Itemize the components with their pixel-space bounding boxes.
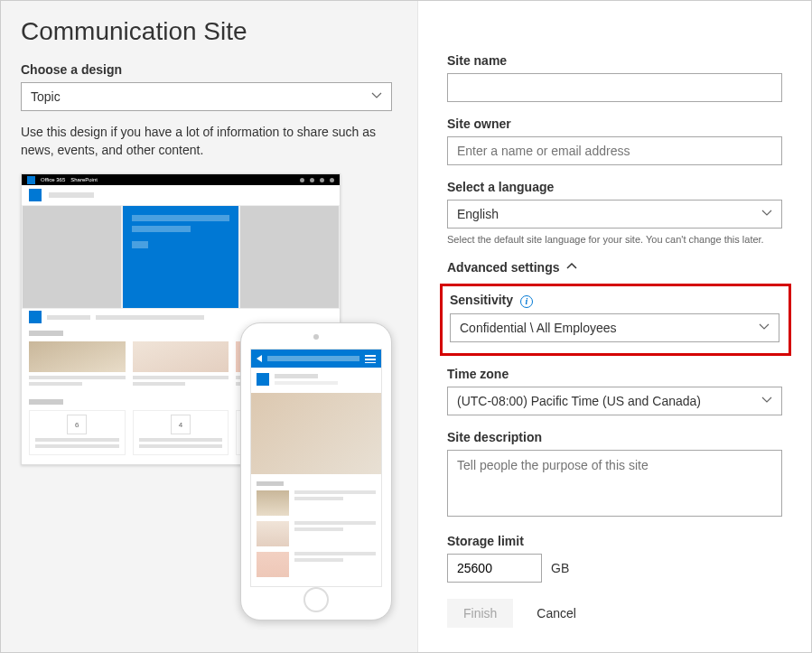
language-value: English xyxy=(457,207,499,221)
site-name-label: Site name xyxy=(447,53,782,68)
site-logo-icon xyxy=(257,373,269,386)
banner-logo-icon xyxy=(29,311,42,323)
language-label: Select a language xyxy=(447,180,782,194)
cancel-button[interactable]: Cancel xyxy=(520,599,593,628)
site-name-input[interactable] xyxy=(447,73,782,102)
storage-input[interactable] xyxy=(447,554,542,583)
news-item xyxy=(133,341,229,388)
menu-icon xyxy=(365,355,376,363)
event-card: 6 xyxy=(29,410,126,455)
design-select-value: Topic xyxy=(31,89,61,104)
design-select[interactable]: Topic xyxy=(21,82,392,111)
language-select[interactable]: English xyxy=(447,200,782,229)
news-item xyxy=(257,552,376,577)
bell-icon xyxy=(300,178,304,182)
sensitivity-select[interactable]: Confidential \ All Employees xyxy=(450,313,779,342)
storage-label: Storage limit xyxy=(447,534,782,548)
description-label: Site description xyxy=(447,430,782,444)
chevron-down-icon xyxy=(761,394,772,408)
sensitivity-label-text: Sensitivity xyxy=(450,293,513,307)
chevron-down-icon xyxy=(371,89,382,104)
design-label: Choose a design xyxy=(21,62,392,77)
timezone-label: Time zone xyxy=(447,367,782,381)
language-help: Select the default site language for you… xyxy=(447,233,782,246)
site-logo-icon xyxy=(29,189,42,201)
timezone-value: (UTC-08:00) Pacific Time (US and Canada) xyxy=(457,394,701,408)
sensitivity-highlight: Sensitivity i Confidential \ All Employe… xyxy=(440,284,791,355)
avatar-icon xyxy=(330,178,334,182)
timezone-select[interactable]: (UTC-08:00) Pacific Time (US and Canada) xyxy=(447,387,782,415)
hero-tile-3 xyxy=(239,205,340,309)
news-heading xyxy=(29,331,63,336)
site-owner-label: Site owner xyxy=(447,117,782,131)
page-title: Communication Site xyxy=(21,17,392,46)
create-site-dialog: Communication Site Choose a design Topic… xyxy=(0,0,812,653)
design-preview-pane: Communication Site Choose a design Topic… xyxy=(1,1,418,652)
info-icon[interactable]: i xyxy=(520,295,533,308)
news-item xyxy=(257,521,376,546)
mobile-preview xyxy=(240,322,392,620)
storage-unit: GB xyxy=(551,561,569,575)
preview-sharepoint: SharePoint xyxy=(70,177,98,182)
preview-o365: Office 365 xyxy=(41,177,65,182)
design-description: Use this design if you have a lot of inf… xyxy=(21,124,392,159)
news-item xyxy=(257,490,376,516)
event-card: 4 xyxy=(133,410,229,455)
back-icon xyxy=(257,355,262,362)
advanced-settings-label: Advanced settings xyxy=(447,260,559,275)
gear-icon xyxy=(310,178,314,182)
hero-tile-2 xyxy=(122,205,240,309)
help-icon xyxy=(320,178,324,182)
nav-placeholder xyxy=(49,192,94,198)
news-item xyxy=(29,341,126,388)
chevron-down-icon xyxy=(759,321,770,335)
sensitivity-label: Sensitivity i xyxy=(450,293,779,307)
design-preview: Office 365 SharePoint xyxy=(21,173,392,544)
site-owner-input[interactable] xyxy=(447,136,782,165)
advanced-settings-toggle[interactable]: Advanced settings xyxy=(447,260,577,275)
dialog-buttons: Finish Cancel xyxy=(447,599,782,628)
news-heading xyxy=(257,481,284,486)
description-textarea[interactable] xyxy=(447,450,782,517)
chevron-down-icon xyxy=(761,207,772,221)
finish-button[interactable]: Finish xyxy=(447,599,513,628)
site-settings-pane: Site name Site owner Select a language E… xyxy=(418,1,811,652)
waffle-icon xyxy=(27,176,35,184)
events-heading xyxy=(29,399,63,405)
hero-tile-1 xyxy=(22,205,122,309)
chevron-up-icon xyxy=(566,260,577,275)
sensitivity-value: Confidential \ All Employees xyxy=(460,321,617,335)
hero-image xyxy=(251,393,381,474)
